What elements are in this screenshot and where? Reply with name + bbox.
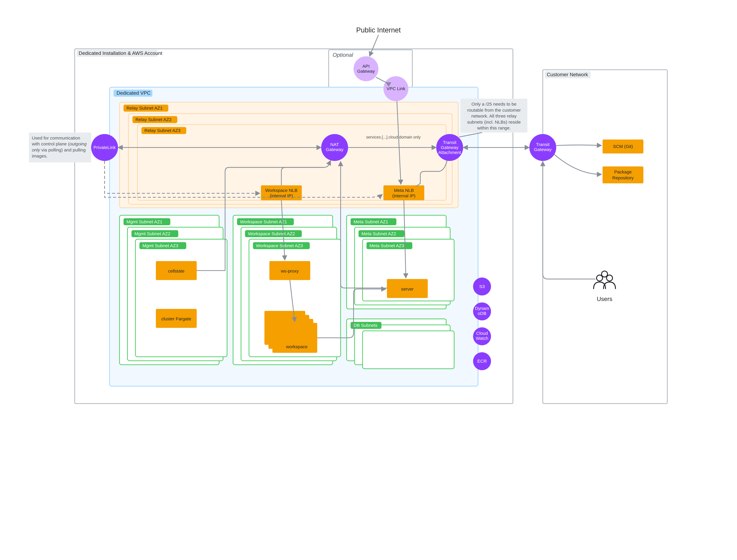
- svg-text:Transit: Transit: [443, 140, 456, 145]
- customer-network-label: Customer Network: [547, 72, 588, 77]
- users-icon: Users: [594, 271, 615, 302]
- svg-text:cellstate: cellstate: [168, 268, 185, 273]
- customer-network-region: [543, 70, 667, 404]
- svg-text:Mgmt Subnet AZ3: Mgmt Subnet AZ3: [142, 243, 178, 248]
- svg-text:Mgmt Subnet AZ1: Mgmt Subnet AZ1: [127, 219, 162, 224]
- svg-text:Mgmt Subnet AZ2: Mgmt Subnet AZ2: [134, 231, 170, 236]
- meta-subnets: Meta Subnet AZ1 Meta Subnet AZ2 Meta Sub…: [347, 215, 454, 309]
- svg-text:Gateway: Gateway: [534, 147, 552, 152]
- svg-text:DB Subnets: DB Subnets: [354, 323, 377, 328]
- svg-text:Workspace Subnet AZ3: Workspace Subnet AZ3: [256, 243, 303, 248]
- svg-text:Dynam: Dynam: [475, 306, 489, 311]
- svg-text:Transit: Transit: [536, 142, 550, 147]
- svg-text:ECR: ECR: [477, 359, 487, 364]
- svg-text:(internal IP): (internal IP): [392, 193, 415, 198]
- svg-text:within this range.: within this range.: [477, 125, 511, 130]
- svg-text:workspace: workspace: [286, 344, 308, 349]
- optional-label: Optional: [333, 52, 353, 58]
- package-repo-box: [603, 166, 643, 183]
- svg-text:Meta Subnet AZ3: Meta Subnet AZ3: [369, 243, 404, 248]
- svg-rect-39: [136, 239, 227, 357]
- svg-text:Watch: Watch: [476, 336, 488, 341]
- architecture-diagram: Public Internet Dedicated Installation &…: [0, 0, 737, 449]
- svg-point-82: [596, 275, 603, 281]
- aws-account-label: Dedicated Installation & AWS Account: [79, 50, 163, 56]
- svg-text:Package: Package: [614, 169, 632, 174]
- svg-text:API: API: [363, 64, 370, 69]
- svg-text:Meta Subnet AZ2: Meta Subnet AZ2: [362, 231, 396, 236]
- svg-text:Workspace NLB: Workspace NLB: [265, 188, 298, 193]
- svg-text:Repository: Repository: [612, 175, 634, 180]
- svg-point-84: [601, 271, 608, 277]
- svg-text:ws-proxy: ws-proxy: [281, 268, 299, 273]
- svg-text:Gateway: Gateway: [326, 147, 344, 152]
- svg-text:Users: Users: [597, 296, 612, 302]
- domain-only-label: services.[...].cloud domain only: [366, 135, 421, 139]
- svg-text:server: server: [401, 286, 413, 291]
- db-subnets: DB Subnets: [347, 319, 454, 369]
- svg-text:Used for communication: Used for communication: [32, 135, 80, 140]
- svg-text:Relay Subnet AZ1: Relay Subnet AZ1: [127, 105, 163, 110]
- workspace-subnets: Workspace Subnet AZ1 Workspace Subnet AZ…: [233, 215, 341, 365]
- svg-point-83: [606, 275, 613, 281]
- svg-text:Cloud: Cloud: [476, 331, 488, 336]
- vpc-label: Dedicated VPC: [117, 90, 151, 96]
- svg-text:Meta NLB: Meta NLB: [394, 188, 414, 193]
- svg-text:oDB: oDB: [478, 311, 486, 316]
- svg-text:VPC Link: VPC Link: [386, 86, 405, 91]
- svg-text:Workspace Subnet AZ1: Workspace Subnet AZ1: [240, 219, 287, 224]
- svg-text:images.: images.: [32, 153, 47, 158]
- svg-text:S3: S3: [479, 284, 485, 289]
- mgmt-subnets: Mgmt Subnet AZ1 Mgmt Subnet AZ2 Mgmt Sub…: [120, 215, 227, 365]
- svg-text:NAT: NAT: [330, 142, 339, 147]
- svg-text:Relay Subnet AZ3: Relay Subnet AZ3: [145, 128, 181, 133]
- svg-text:routable from the customer: routable from the customer: [467, 108, 521, 113]
- svg-text:Attachment: Attachment: [438, 150, 461, 155]
- svg-text:with control plane (outgoing: with control plane (outgoing: [32, 141, 87, 146]
- svg-text:network. All three relay: network. All three relay: [471, 113, 517, 118]
- svg-text:SCM (Git): SCM (Git): [613, 144, 633, 149]
- public-internet-heading: Public Internet: [356, 26, 400, 34]
- svg-text:Gateway: Gateway: [441, 145, 459, 150]
- svg-text:only via polling) and pulling: only via polling) and pulling: [32, 147, 86, 152]
- svg-text:PrivateLink: PrivateLink: [93, 145, 116, 150]
- svg-text:Workspace Subnet AZ2: Workspace Subnet AZ2: [248, 231, 295, 236]
- svg-text:Relay Subnet AZ2: Relay Subnet AZ2: [136, 117, 172, 122]
- svg-text:Meta Subnet AZ1: Meta Subnet AZ1: [354, 219, 388, 224]
- svg-text:Only a /25 needs to be: Only a /25 needs to be: [471, 101, 516, 106]
- svg-text:cluster Fargate: cluster Fargate: [161, 316, 191, 321]
- svg-rect-70: [363, 331, 454, 369]
- svg-text:Gateway: Gateway: [357, 69, 375, 74]
- svg-text:subnets (incl. NLBs) reside: subnets (incl. NLBs) reside: [467, 119, 521, 124]
